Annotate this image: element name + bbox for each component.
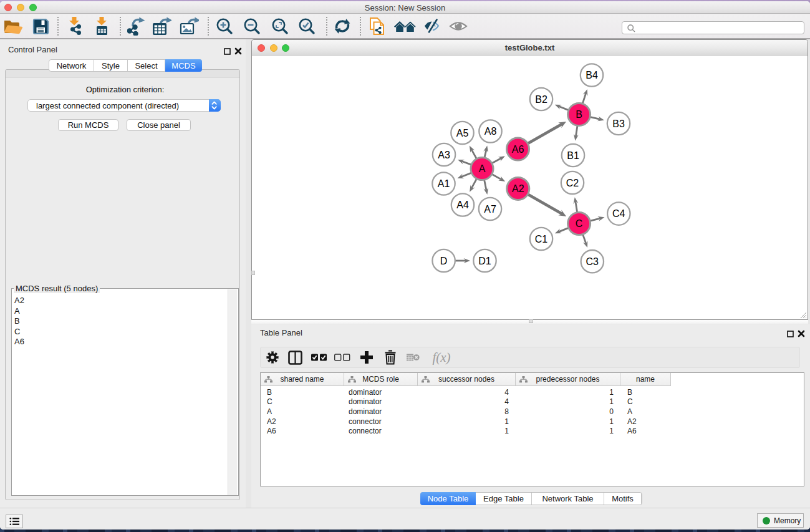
- svg-text:B3: B3: [612, 118, 625, 129]
- svg-text:B1: B1: [567, 150, 579, 161]
- svg-text:B: B: [576, 109, 582, 120]
- svg-text:C1: C1: [535, 234, 548, 244]
- svg-text:A5: A5: [456, 128, 469, 138]
- svg-text:A3: A3: [438, 150, 450, 160]
- svg-text:A6: A6: [512, 144, 524, 155]
- svg-text:A2: A2: [512, 183, 524, 194]
- svg-text:B4: B4: [586, 70, 598, 80]
- svg-text:D: D: [440, 256, 448, 266]
- svg-text:A: A: [479, 163, 486, 174]
- svg-text:D1: D1: [478, 256, 491, 266]
- svg-text:A4: A4: [456, 200, 469, 210]
- svg-text:C2: C2: [566, 178, 579, 188]
- svg-text:A1: A1: [438, 178, 450, 189]
- svg-text:A8: A8: [485, 126, 497, 137]
- svg-text:B2: B2: [535, 94, 547, 105]
- svg-text:C3: C3: [586, 256, 599, 267]
- svg-text:C: C: [576, 218, 583, 229]
- svg-text:A7: A7: [484, 204, 496, 215]
- svg-text:C4: C4: [612, 208, 625, 219]
